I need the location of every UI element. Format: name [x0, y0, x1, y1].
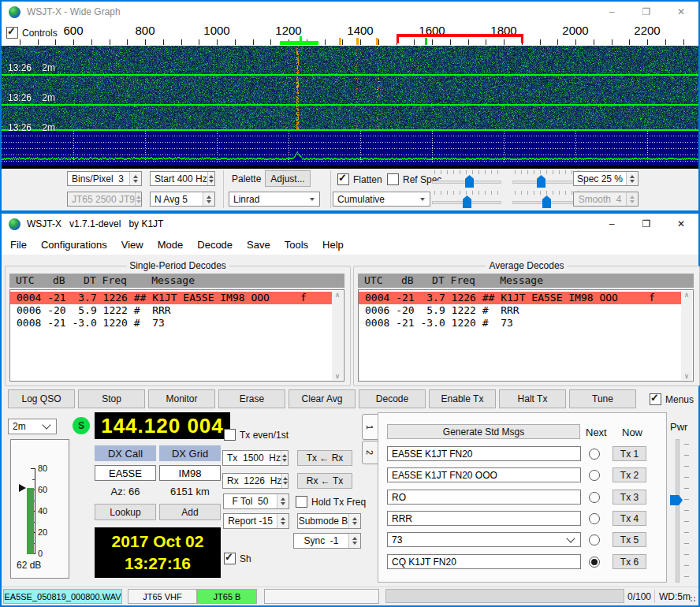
- tune-button[interactable]: Tune: [569, 389, 636, 408]
- flatten-checkbox[interactable]: Flatten: [337, 173, 382, 185]
- flatten-checkbox-box[interactable]: [337, 173, 349, 185]
- menu-configurations[interactable]: Configurations: [34, 236, 114, 254]
- f-tol-spinner[interactable]: F Tol 50: [223, 493, 289, 509]
- scrollbar[interactable]: ∧∨: [332, 291, 343, 380]
- minimize-icon[interactable]: –: [594, 2, 629, 22]
- dx-grid-field[interactable]: IM98: [159, 465, 221, 481]
- next-radio-4[interactable]: [589, 513, 600, 524]
- sh-checkbox[interactable]: Sh: [224, 553, 251, 564]
- maximize-icon[interactable]: ❐: [629, 2, 664, 22]
- decode-button[interactable]: Decode: [359, 389, 426, 408]
- start-hz-spinner[interactable]: Start 400 Hz: [150, 171, 215, 186]
- maximize-icon[interactable]: ❐: [629, 214, 664, 234]
- rig-status-indicator[interactable]: S: [73, 417, 90, 434]
- next-radio-3[interactable]: [589, 492, 600, 503]
- now-tx2-button[interactable]: Tx 2: [612, 467, 646, 482]
- wide-graph-titlebar[interactable]: WSJT-X - Wide Graph – ❐ ✕: [2, 2, 698, 22]
- close-icon[interactable]: ✕: [664, 2, 698, 22]
- scrollbar[interactable]: ∧∨: [681, 291, 692, 380]
- tx-message-field-4[interactable]: RRR: [387, 511, 581, 526]
- rx-from-tx-button[interactable]: Rx ← Tx: [297, 473, 352, 489]
- next-radio-2[interactable]: [589, 470, 600, 481]
- decode-row[interactable]: 0006 -20 5.9 1222 # RRR: [10, 304, 332, 317]
- decode-row[interactable]: 0004 -21 3.7 1226 ## K1JT EA5SE IM98 OOO…: [10, 292, 332, 304]
- average-decode-list[interactable]: 0004 -21 3.7 1226 ## K1JT EA5SE IM98 OOO…: [358, 289, 694, 382]
- n-avg-spinner[interactable]: N Avg 5: [150, 192, 215, 207]
- now-tx6-button[interactable]: Tx 6: [612, 554, 646, 569]
- next-radio-1[interactable]: [589, 449, 600, 460]
- resize-grip[interactable]: [690, 596, 697, 603]
- close-icon[interactable]: ✕: [664, 214, 698, 234]
- report-spinner[interactable]: Report -15: [223, 513, 289, 529]
- decode-row[interactable]: 0004 -21 3.7 1226 ## K1JT EA5SE IM98 OOO…: [359, 292, 681, 304]
- tx-message-field-1[interactable]: EA5SE K1JT FN20: [387, 446, 581, 461]
- sh-checkbox-box[interactable]: [224, 553, 236, 564]
- adjust-button[interactable]: Adjust...: [265, 170, 311, 187]
- menu-decode[interactable]: Decode: [190, 236, 240, 254]
- menu-tools[interactable]: Tools: [277, 236, 315, 254]
- gain-slider-2[interactable]: [432, 191, 501, 208]
- tx-from-rx-button[interactable]: Tx ← Rx: [297, 450, 352, 466]
- decode-row[interactable]: 0008 -21 -3.0 1220 # 73: [359, 317, 681, 330]
- tx-even-checkbox-box[interactable]: [224, 429, 236, 441]
- clear-avg-button[interactable]: Clear Avg: [289, 389, 356, 408]
- tx-message-field-3[interactable]: RO: [387, 490, 581, 505]
- sync-spinner[interactable]: Sync -1: [293, 533, 361, 549]
- stop-button[interactable]: Stop: [78, 389, 145, 408]
- tab-2[interactable]: 2: [362, 441, 378, 464]
- dx-grid-label[interactable]: DX Grid: [159, 445, 221, 461]
- scroll-down-icon[interactable]: ∨: [684, 372, 690, 380]
- generate-std-msgs-button[interactable]: Generate Std Msgs: [387, 424, 580, 439]
- palette-combo[interactable]: Linrad: [229, 192, 320, 207]
- scroll-up-icon[interactable]: ∧: [335, 291, 341, 299]
- next-radio-5[interactable]: [589, 534, 600, 546]
- now-tx5-button[interactable]: Tx 5: [612, 532, 646, 547]
- monitor-button[interactable]: Monitor: [148, 389, 215, 408]
- enable-tx-button[interactable]: Enable Tx: [429, 389, 496, 408]
- tx-even-checkbox[interactable]: Tx even/1st: [224, 429, 289, 441]
- lookup-button[interactable]: Lookup: [95, 504, 156, 520]
- menu-file[interactable]: File: [3, 236, 34, 254]
- now-tx4-button[interactable]: Tx 4: [612, 511, 646, 526]
- now-tx1-button[interactable]: Tx 1: [612, 446, 646, 461]
- hold-tx-freq-checkbox-box[interactable]: [296, 496, 307, 508]
- dx-call-field[interactable]: EA5SE: [95, 465, 156, 481]
- rx-freq-spinner[interactable]: Rx 1226 Hz: [222, 473, 289, 489]
- scroll-up-icon[interactable]: ∧: [684, 291, 690, 299]
- menus-checkbox-box[interactable]: [650, 393, 661, 405]
- minimize-icon[interactable]: –: [594, 214, 629, 234]
- tx-message-field-5[interactable]: 73: [387, 532, 581, 547]
- gain-slider-1[interactable]: [432, 170, 501, 188]
- submode-spinner[interactable]: Submode B: [297, 513, 361, 529]
- decode-row[interactable]: 0008 -21 -3.0 1220 # 73: [10, 317, 332, 330]
- display-mode-combo[interactable]: Cumulative: [333, 192, 430, 207]
- log-qso-button[interactable]: Log QSO: [8, 389, 75, 408]
- tx-message-field-2[interactable]: EA5SE K1JT FN20 OOO: [387, 467, 581, 482]
- frequency-ruler[interactable]: Controls 6008001000120014001600180020002…: [2, 22, 698, 46]
- single-period-decode-list[interactable]: 0004 -21 3.7 1226 ## K1JT EA5SE IM98 OOO…: [9, 289, 344, 382]
- tab-1[interactable]: 1: [362, 414, 378, 440]
- pwr-slider-handle[interactable]: [670, 495, 683, 505]
- next-radio-6[interactable]: [589, 557, 600, 568]
- menus-checkbox[interactable]: Menus: [650, 393, 694, 405]
- pwr-slider-track[interactable]: [676, 439, 680, 583]
- menu-help[interactable]: Help: [315, 236, 351, 254]
- erase-button[interactable]: Erase: [218, 389, 285, 408]
- controls-checkbox-box[interactable]: [6, 27, 18, 39]
- waterfall-display[interactable]: 13:26 2m13:26 2m13:26 2m: [2, 46, 698, 131]
- bins-pixel-spinner[interactable]: Bins/Pixel 3: [67, 171, 142, 186]
- hold-tx-freq-checkbox[interactable]: Hold Tx Freq: [296, 496, 366, 508]
- controls-checkbox[interactable]: Controls: [6, 27, 58, 39]
- menu-save[interactable]: Save: [240, 236, 277, 254]
- ref-spec-checkbox-box[interactable]: [387, 173, 399, 185]
- halt-tx-button[interactable]: Halt Tx: [499, 389, 566, 408]
- decode-row[interactable]: 0006 -20 5.9 1222 # RRR: [359, 304, 681, 317]
- band-combo[interactable]: 2m: [8, 419, 57, 434]
- dx-call-label[interactable]: DX Call: [95, 445, 156, 461]
- spec-percent-spinner[interactable]: Spec 25 %: [573, 171, 639, 186]
- menu-mode[interactable]: Mode: [151, 236, 191, 254]
- scroll-down-icon[interactable]: ∨: [335, 372, 341, 380]
- main-titlebar[interactable]: WSJT-X v1.7.1-devel by K1JT – ❐ ✕: [2, 214, 698, 234]
- add-button[interactable]: Add: [159, 504, 221, 520]
- tx-freq-spinner[interactable]: Tx 1500 Hz: [222, 450, 289, 466]
